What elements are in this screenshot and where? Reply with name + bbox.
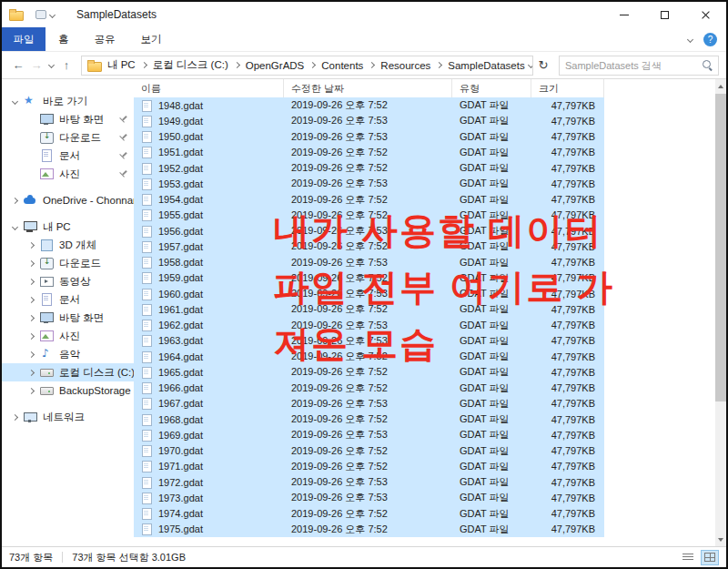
breadcrumb-separator-icon[interactable] [369, 62, 375, 68]
sidebar-item[interactable]: 바탕 화면 [2, 309, 134, 327]
expand-ribbon-chevron-icon[interactable] [687, 36, 693, 42]
sidebar-item[interactable]: BackupStorage (D:) [2, 381, 134, 400]
search-box[interactable] [559, 56, 719, 76]
column-header[interactable]: 수정한 날짜 [284, 79, 452, 97]
chevron-down-icon[interactable] [12, 223, 18, 229]
chevron-right-icon[interactable] [28, 387, 35, 393]
sidebar-item[interactable]: 네트워크 [2, 408, 134, 426]
up-button[interactable]: ↑ [57, 58, 76, 72]
column-headers: 이름수정한 날짜유형크기 [134, 79, 726, 97]
sidebar-item[interactable]: 다운로드 [2, 254, 134, 272]
sidebar-item[interactable]: 다운로드 [2, 128, 134, 147]
file-tab[interactable]: 파일 [2, 27, 46, 51]
breadcrumb-separator-icon[interactable] [436, 62, 442, 68]
file-type-cell: GDAT 파일 [452, 208, 531, 222]
forward-button[interactable]: → [27, 58, 46, 72]
sidebar-item[interactable]: 사진 [2, 165, 134, 183]
file-row[interactable]: 1961.gdat2019-09-26 오후 7:52GDAT 파일47,797… [134, 301, 715, 317]
close-button[interactable] [685, 2, 726, 27]
file-row[interactable]: 1955.gdat2019-09-26 오후 7:52GDAT 파일47,797… [134, 208, 715, 223]
chevron-right-icon[interactable] [28, 314, 35, 320]
file-row[interactable]: 1965.gdat2019-09-26 오후 7:52GDAT 파일47,797… [134, 364, 715, 380]
column-header[interactable]: 유형 [452, 79, 531, 97]
breadcrumb-separator-icon[interactable] [309, 62, 316, 68]
file-row[interactable]: 1957.gdat2019-09-26 오후 7:52GDAT 파일47,797… [134, 239, 715, 254]
file-row[interactable]: 1970.gdat2019-09-26 오후 7:52GDAT 파일47,797… [134, 443, 715, 459]
breadcrumb-segment[interactable]: Resources [377, 60, 434, 71]
sidebar-item[interactable]: 사진 [2, 327, 134, 345]
column-header[interactable]: 크기 [531, 79, 604, 97]
sidebar-item[interactable]: 로컬 디스크 (C:) [2, 363, 134, 381]
chevron-right-icon[interactable] [12, 197, 18, 203]
breadcrumb-segment[interactable]: 로컬 디스크 (C:) [149, 58, 232, 72]
sidebar-item[interactable]: OneDrive - Chonnan [2, 191, 134, 209]
chevron-right-icon[interactable] [28, 259, 35, 266]
file-row[interactable]: 1952.gdat2019-09-26 오후 7:52GDAT 파일47,797… [134, 160, 715, 176]
sidebar-item[interactable]: 문서 [2, 147, 134, 165]
recent-locations-chevron-icon[interactable] [48, 62, 55, 68]
file-row[interactable]: 1953.gdat2019-09-26 오후 7:53GDAT 파일47,797… [134, 176, 715, 191]
quick-access-toolbar-icon[interactable] [35, 10, 46, 19]
chevron-right-icon[interactable] [28, 278, 35, 284]
file-row[interactable]: 1950.gdat2019-09-26 오후 7:53GDAT 파일47,797… [134, 129, 715, 145]
chevron-right-icon[interactable] [28, 351, 35, 357]
file-row[interactable]: 1954.gdat2019-09-26 오후 7:52GDAT 파일47,797… [134, 192, 715, 208]
list-view-button[interactable] [679, 550, 697, 565]
chevron-down-icon[interactable] [12, 97, 18, 104]
chevron-right-icon[interactable] [28, 241, 35, 248]
breadcrumb-segment[interactable]: 내 PC [104, 58, 139, 72]
address-box[interactable]: 내 PC로컬 디스크 (C:)OpenGrADSContentsResource… [81, 56, 533, 76]
ribbon-tab-2[interactable]: 공유 [82, 27, 128, 51]
chevron-right-icon[interactable] [28, 369, 35, 375]
chevron-right-icon[interactable] [28, 332, 35, 339]
minimize-button[interactable] [603, 2, 644, 27]
file-row[interactable]: 1960.gdat2019-09-26 오후 7:53GDAT 파일47,797… [134, 286, 715, 301]
file-row[interactable]: 1962.gdat2019-09-26 오후 7:53GDAT 파일47,797… [134, 318, 715, 333]
file-row[interactable]: 1969.gdat2019-09-26 오후 7:53GDAT 파일47,797… [134, 427, 715, 442]
chevron-down-icon[interactable] [49, 11, 56, 17]
breadcrumb-separator-icon[interactable] [141, 62, 147, 68]
file-row[interactable]: 1967.gdat2019-09-26 오후 7:53GDAT 파일47,797… [134, 396, 715, 412]
file-row[interactable]: 1951.gdat2019-09-26 오후 7:52GDAT 파일47,797… [134, 145, 715, 160]
sidebar-item[interactable]: 음악 [2, 345, 134, 363]
sidebar-item[interactable]: 문서 [2, 290, 134, 309]
ribbon-tab-3[interactable]: 보기 [128, 27, 175, 51]
sidebar-item[interactable]: 동영상 [2, 272, 134, 290]
vertical-scrollbar[interactable] [715, 79, 726, 546]
chevron-right-icon[interactable] [28, 296, 35, 302]
sidebar-item[interactable]: 3D 개체 [2, 236, 134, 254]
file-row[interactable]: 1963.gdat2019-09-26 오후 7:53GDAT 파일47,797… [134, 333, 715, 349]
file-row[interactable]: 1975.gdat2019-09-26 오후 7:52GDAT 파일47,797… [134, 522, 715, 537]
search-input[interactable] [560, 60, 702, 71]
breadcrumb-segment[interactable]: Contents [318, 60, 367, 71]
sidebar-item[interactable]: 바로 가기 [2, 92, 134, 110]
breadcrumb-segment[interactable]: SampleDatasets [444, 60, 528, 71]
file-row[interactable]: 1966.gdat2019-09-26 오후 7:52GDAT 파일47,797… [134, 381, 715, 396]
maximize-button[interactable] [644, 2, 685, 27]
sidebar-item[interactable]: 바탕 화면 [2, 110, 134, 128]
file-row[interactable]: 1973.gdat2019-09-26 오후 7:53GDAT 파일47,797… [134, 490, 715, 505]
breadcrumb-separator-icon[interactable] [234, 62, 240, 68]
column-header[interactable]: 이름 [134, 79, 284, 97]
scrollbar-thumb[interactable] [715, 94, 726, 401]
file-row[interactable]: 1956.gdat2019-09-26 오후 7:53GDAT 파일47,797… [134, 223, 715, 239]
file-row[interactable]: 1964.gdat2019-09-26 오후 7:52GDAT 파일47,797… [134, 349, 715, 364]
chevron-right-icon[interactable] [12, 413, 18, 420]
file-row[interactable]: 1949.gdat2019-09-26 오후 7:53GDAT 파일47,797… [134, 113, 715, 128]
refresh-icon[interactable]: ↻ [533, 58, 553, 72]
help-icon[interactable]: ? [703, 33, 717, 46]
file-row[interactable]: 1968.gdat2019-09-26 오후 7:52GDAT 파일47,797… [134, 412, 715, 427]
file-row[interactable]: 1974.gdat2019-09-26 오후 7:52GDAT 파일47,797… [134, 506, 715, 522]
scroll-down-button[interactable] [715, 533, 726, 546]
breadcrumb-segment[interactable]: OpenGrADS [242, 60, 308, 71]
ribbon-tab-1[interactable]: 홈 [46, 27, 82, 51]
file-row[interactable]: 1972.gdat2019-09-26 오후 7:53GDAT 파일47,797… [134, 474, 715, 490]
file-row[interactable]: 1959.gdat2019-09-26 오후 7:52GDAT 파일47,797… [134, 270, 715, 286]
scroll-up-button[interactable] [715, 79, 726, 93]
sidebar-item[interactable]: 내 PC [2, 218, 134, 236]
file-row[interactable]: 1958.gdat2019-09-26 오후 7:53GDAT 파일47,797… [134, 255, 715, 270]
file-row[interactable]: 1948.gdat2019-09-26 오후 7:52GDAT 파일47,797… [134, 97, 715, 113]
back-button[interactable]: ← [9, 58, 27, 72]
file-row[interactable]: 1971.gdat2019-09-26 오후 7:52GDAT 파일47,797… [134, 459, 715, 474]
thumbnail-view-button[interactable] [701, 550, 719, 565]
